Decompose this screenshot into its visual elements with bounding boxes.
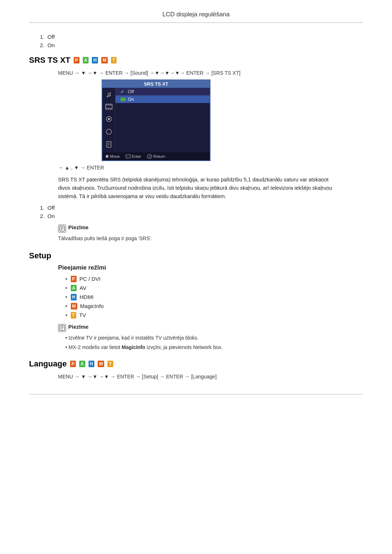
bar-move: Move	[105, 154, 120, 159]
intro-list-item-2: 2. On	[40, 42, 363, 48]
svg-point-16	[106, 155, 109, 158]
badge-mode-m: M	[71, 303, 77, 309]
page-title: LCD displeja regulēšana	[162, 11, 229, 18]
menu-icon-doc	[106, 141, 112, 149]
srs-heading-text: SRS TS XT	[29, 56, 70, 65]
setup-note-label: Piezīme	[68, 324, 89, 330]
badge-p: P	[74, 57, 79, 63]
srs-menu-path: MENU → ▼ →▼ → ENTER → [Sound] →▼→▼→▼→ EN…	[58, 70, 363, 76]
on-label: On	[128, 97, 134, 102]
tv-menu-on-row: On	[115, 95, 210, 103]
srs-list-item-2: 2. On	[40, 213, 363, 219]
menu-icon-circle1	[106, 116, 112, 123]
menu-icon-sound	[105, 91, 113, 99]
svg-point-11	[106, 129, 111, 134]
language-heading: Language P A H M T	[29, 359, 363, 369]
tv-menu-bottombar: Move ↵ Enter ↺ Return	[102, 152, 210, 160]
setup-note-icon	[58, 324, 66, 332]
srs-note-icon	[58, 225, 66, 233]
badge-mode-a: A	[71, 285, 77, 291]
badge-m: M	[101, 57, 108, 63]
off-checkmark: ✔	[121, 89, 126, 94]
srs-note-label: Piezīme	[68, 224, 89, 230]
srs-note-text: Tālvadības pults tiešā poga ir poga 'SRS…	[58, 235, 341, 242]
on-indicator	[121, 98, 126, 101]
badge-lang-p: P	[70, 361, 76, 367]
mode-hdmi-label: HDMI	[79, 294, 93, 300]
intro-list-item-1: 1. Off	[40, 34, 363, 40]
badge-lang-m: M	[98, 361, 104, 367]
mode-pc-dvi: • P PC / DVI	[65, 276, 363, 282]
svg-point-10	[108, 118, 110, 120]
off-label: Off	[128, 89, 134, 94]
svg-text:↵: ↵	[127, 155, 129, 158]
setup-note-bullet-1: • Izvēlne TV ir pieejama, kad ir instalē…	[65, 334, 341, 342]
mode-magicinfo-label: MagicInfo	[80, 303, 104, 309]
srs-list-item-1: 1. Off	[40, 205, 363, 211]
mode-tv: • T TV	[65, 312, 363, 319]
srs-heading: SRS TS XT P A H M T	[29, 56, 363, 65]
srs-description: SRS TS XT patentēta SRS (telpiskā skanēj…	[58, 176, 341, 201]
setup-sub-heading: Pieejamie režīmi	[58, 264, 363, 271]
bar-return: ↺ Return	[147, 154, 165, 159]
tv-menu-off-row: ✔ Off	[115, 88, 210, 95]
badge-h: H	[92, 57, 98, 63]
menu-icon-circle2	[106, 128, 112, 136]
tv-menu-screenshot: SRS TS XT	[102, 79, 363, 161]
bar-move-label: Move	[110, 154, 120, 159]
srs-note-box: Piezīme	[58, 224, 363, 233]
bar-return-label: Return	[153, 154, 165, 159]
bar-enter-label: Enter	[132, 154, 141, 159]
badge-lang-t: T	[107, 361, 113, 367]
page-footer	[29, 394, 363, 394]
tv-menu: SRS TS XT	[102, 79, 211, 161]
setup-note-box: Piezīme	[58, 324, 363, 332]
badge-t: T	[111, 57, 117, 63]
badge-mode-p: P	[71, 276, 77, 282]
badge-mode-h: H	[71, 294, 77, 300]
svg-text:↺: ↺	[148, 155, 151, 158]
mode-pc-label: PC / DVI	[79, 276, 101, 282]
tv-menu-title: SRS TS XT	[102, 80, 210, 88]
language-heading-text: Language	[29, 359, 67, 369]
menu-icon-film	[105, 104, 113, 111]
badge-a: A	[83, 57, 89, 63]
setup-note-bullet-2: • MX-2 modelis var lietot MagicInfo izvç…	[65, 344, 341, 351]
language-menu-path: MENU → ▼ →▼ →▼ → ENTER → [Setup] → ENTER…	[58, 374, 363, 379]
page-container: LCD displeja regulēšana 1. Off 2. On SRS…	[0, 0, 392, 554]
badge-mode-t: T	[71, 312, 76, 319]
bar-enter: ↵ Enter	[126, 154, 141, 159]
mode-magicinfo: • M MagicInfo	[65, 303, 363, 309]
badge-lang-h: H	[89, 361, 95, 367]
page-header: LCD displeja regulēšana	[29, 11, 363, 23]
mode-av: • A AV	[65, 285, 363, 291]
mode-av-label: AV	[79, 285, 86, 291]
mode-tv-label: TV	[79, 312, 86, 318]
badge-lang-a: A	[79, 361, 85, 367]
mode-hdmi: • H HDMI	[65, 294, 363, 300]
srs-arrow-instruction: → ▲ , ▼ → ENTER	[58, 165, 363, 171]
setup-heading: Setup	[29, 251, 363, 260]
